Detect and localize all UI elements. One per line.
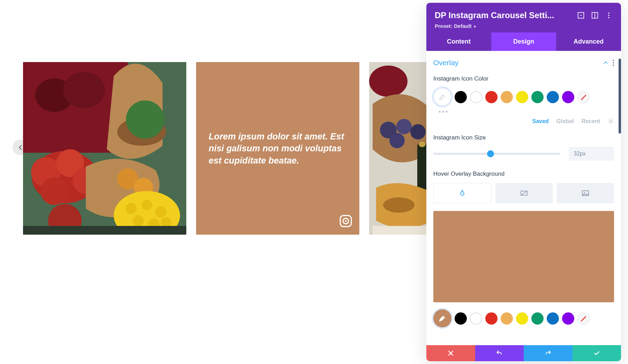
color-swatch[interactable] bbox=[547, 91, 559, 103]
eyedropper-icon bbox=[438, 314, 447, 323]
palette-tab-recent[interactable]: Recent bbox=[582, 118, 600, 124]
svg-point-3 bbox=[63, 72, 105, 108]
kebab-icon[interactable] bbox=[613, 60, 614, 66]
slide-image bbox=[369, 62, 429, 235]
palette-tab-global[interactable]: Global bbox=[556, 118, 574, 124]
svg-point-29 bbox=[410, 124, 426, 139]
color-swatch[interactable] bbox=[531, 312, 544, 325]
color-swatch[interactable] bbox=[485, 312, 498, 325]
svg-point-26 bbox=[369, 66, 408, 97]
bg-color-preview[interactable] bbox=[433, 211, 614, 302]
svg-point-15 bbox=[126, 203, 137, 214]
color-swatch[interactable] bbox=[547, 312, 559, 325]
svg-point-36 bbox=[580, 15, 582, 16]
svg-point-30 bbox=[389, 133, 405, 148]
color-swatch[interactable] bbox=[516, 312, 528, 325]
section-overlay[interactable]: Overlay bbox=[433, 59, 614, 67]
panel-footer bbox=[426, 345, 621, 361]
svg-point-5 bbox=[126, 100, 164, 139]
color-swatch[interactable] bbox=[501, 312, 513, 325]
color-swatch[interactable] bbox=[455, 312, 467, 325]
panel-body[interactable]: Overlay Instagram Icon Color Saved Globa… bbox=[426, 51, 621, 345]
eyedropper-swatch[interactable] bbox=[433, 88, 451, 106]
redo-button[interactable] bbox=[524, 345, 573, 361]
preset-selector[interactable]: Preset: Default▼ bbox=[435, 23, 613, 29]
icon-size-input[interactable]: 32px bbox=[569, 147, 614, 161]
chevron-up-icon bbox=[603, 60, 608, 66]
undo-button[interactable] bbox=[475, 345, 524, 361]
svg-point-33 bbox=[383, 197, 414, 213]
color-swatch-row bbox=[433, 309, 614, 327]
svg-rect-21 bbox=[23, 226, 186, 235]
slider-thumb[interactable] bbox=[487, 150, 494, 157]
color-swatch[interactable] bbox=[531, 91, 544, 103]
eyedropper-swatch[interactable] bbox=[433, 309, 451, 327]
bg-type-image[interactable] bbox=[557, 183, 614, 203]
slider-track[interactable] bbox=[433, 153, 560, 155]
color-swatch[interactable] bbox=[501, 91, 513, 103]
bg-type-tabs bbox=[433, 183, 614, 203]
color-swatch[interactable] bbox=[470, 312, 482, 325]
slide-image bbox=[23, 62, 186, 235]
svg-point-10 bbox=[40, 177, 68, 205]
eyedropper-icon bbox=[438, 93, 447, 101]
color-swatch[interactable] bbox=[562, 91, 574, 103]
svg-point-17 bbox=[155, 206, 166, 218]
settings-tabbar: Content Design Advanced bbox=[426, 32, 621, 51]
svg-point-41 bbox=[608, 17, 610, 18]
carousel-slide[interactable] bbox=[369, 62, 429, 235]
svg-rect-34 bbox=[373, 226, 428, 235]
expand-icon[interactable] bbox=[577, 12, 585, 19]
palette-tabs: Saved Global Recent bbox=[433, 118, 614, 124]
svg-point-39 bbox=[608, 13, 610, 14]
bg-type-gradient[interactable] bbox=[495, 183, 553, 203]
svg-point-45 bbox=[584, 192, 585, 193]
check-icon bbox=[593, 350, 600, 357]
kebab-icon[interactable] bbox=[605, 12, 613, 19]
tab-design[interactable]: Design bbox=[491, 32, 556, 51]
svg-point-16 bbox=[142, 200, 152, 210]
svg-point-18 bbox=[133, 215, 144, 226]
svg-point-32 bbox=[419, 142, 426, 147]
svg-point-40 bbox=[608, 15, 610, 16]
instagram-icon bbox=[339, 214, 352, 228]
color-swatch[interactable] bbox=[577, 91, 590, 103]
svg-point-24 bbox=[345, 220, 346, 222]
paint-icon bbox=[458, 189, 466, 197]
label-icon-size: Instagram Icon Size bbox=[433, 134, 614, 141]
color-swatch[interactable] bbox=[470, 91, 482, 103]
cancel-button[interactable] bbox=[426, 345, 475, 361]
label-icon-color: Instagram Icon Color bbox=[433, 75, 614, 82]
more-dots-icon[interactable] bbox=[439, 111, 614, 113]
confirm-button[interactable] bbox=[573, 345, 621, 361]
svg-point-42 bbox=[610, 121, 612, 122]
color-swatch[interactable] bbox=[485, 91, 498, 103]
carousel-slide[interactable] bbox=[23, 62, 186, 235]
tab-content[interactable]: Content bbox=[426, 32, 491, 51]
redo-icon bbox=[545, 350, 552, 357]
panel-header[interactable]: DP Instagram Carousel Setti... Preset: D… bbox=[426, 3, 621, 32]
gradient-icon bbox=[520, 189, 528, 197]
color-swatch[interactable] bbox=[562, 312, 574, 325]
instagram-carousel: Lorem ipsum dolor sit amet. Est nisi gal… bbox=[23, 62, 429, 235]
carousel-slide-overlay[interactable]: Lorem ipsum dolor sit amet. Est nisi gal… bbox=[196, 62, 359, 235]
label-hover-bg: Hover Overlay Background bbox=[433, 170, 614, 177]
undo-icon bbox=[496, 350, 503, 357]
overlay-caption: Lorem ipsum dolor sit amet. Est nisi gal… bbox=[209, 130, 347, 166]
icon-size-slider: 32px bbox=[433, 147, 614, 161]
color-swatch[interactable] bbox=[455, 91, 467, 103]
close-icon bbox=[447, 350, 454, 357]
snap-icon[interactable] bbox=[591, 12, 599, 19]
color-swatch[interactable] bbox=[577, 312, 590, 325]
image-icon bbox=[581, 189, 590, 197]
color-swatch-row bbox=[433, 88, 614, 106]
bg-type-color[interactable] bbox=[433, 183, 491, 203]
color-swatch[interactable] bbox=[516, 91, 528, 103]
tab-advanced[interactable]: Advanced bbox=[556, 32, 621, 51]
scrollbar-thumb[interactable] bbox=[619, 59, 621, 134]
chevron-left-icon bbox=[17, 144, 24, 151]
palette-tab-saved[interactable]: Saved bbox=[532, 118, 549, 124]
module-settings-panel: DP Instagram Carousel Setti... Preset: D… bbox=[426, 3, 621, 361]
panel-title: DP Instagram Carousel Setti... bbox=[435, 10, 571, 20]
gear-icon[interactable] bbox=[608, 118, 614, 124]
